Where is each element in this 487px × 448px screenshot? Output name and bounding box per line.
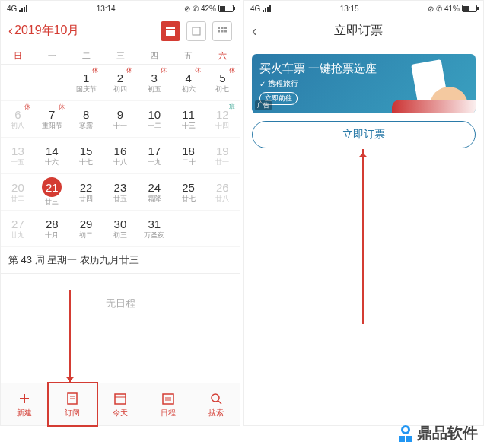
weekday-cell: 五: [171, 46, 205, 64]
svg-rect-7: [221, 30, 224, 32]
network-label: 4G: [250, 5, 260, 13]
calendar-cell[interactable]: 27廿九: [1, 211, 35, 247]
logo-text: 鼎品软件: [417, 423, 478, 443]
page-title: 立即订票: [257, 23, 460, 39]
svg-rect-0: [166, 27, 175, 29]
bottom-label: 搜索: [208, 408, 224, 418]
bottom-bar: 新建订阅今天日程搜索: [1, 383, 240, 425]
calendar-cell[interactable]: 20廿二: [1, 174, 35, 211]
signal-icon: [19, 5, 27, 12]
alarm-off-icon: ⊘: [184, 5, 190, 13]
calendar-cell[interactable]: 26廿八: [205, 174, 240, 211]
calendar-cell[interactable]: 15十七: [69, 138, 103, 174]
calendar-cell[interactable]: 24霜降: [137, 174, 171, 211]
chevron-left-icon: ‹: [8, 23, 13, 39]
calendar-cell[interactable]: 25廿七: [171, 174, 205, 211]
vibrate-icon: ✆: [193, 5, 199, 13]
calendar-cell[interactable]: 18二十: [171, 138, 205, 174]
svg-rect-2: [193, 27, 200, 35]
time-label: 13:14: [97, 5, 116, 13]
calendar-cell[interactable]: 8寒露: [69, 101, 103, 138]
calendar-cell[interactable]: 28十月: [35, 211, 69, 247]
annotation-arrow: [362, 149, 364, 324]
battery-label: 41%: [444, 5, 460, 13]
back-button[interactable]: ‹: [252, 22, 257, 40]
weekday-header: 日一二三四五六: [1, 46, 240, 65]
svg-rect-14: [163, 394, 173, 404]
view-month-button[interactable]: [212, 21, 232, 41]
svg-line-18: [218, 401, 221, 404]
calendar-cell: [1, 65, 35, 101]
network-label: 4G: [7, 5, 17, 13]
calendar-cell: [171, 211, 205, 247]
calendar-cell[interactable]: 23廿五: [103, 174, 137, 211]
calendar-cell[interactable]: 5初七休: [205, 65, 240, 101]
view-list-button[interactable]: [161, 21, 180, 41]
calendar-cell[interactable]: 10十二: [137, 101, 171, 138]
calendar-cell[interactable]: 7重阳节休: [35, 101, 69, 138]
battery-icon: [218, 5, 234, 12]
calendar-cell[interactable]: 11十三: [171, 101, 205, 138]
weekday-cell: 六: [205, 46, 240, 64]
calendar-cell[interactable]: 3初五休: [137, 65, 171, 101]
weekday-cell: 三: [103, 46, 138, 64]
weekday-cell: 二: [69, 46, 103, 64]
bottom-label: 订阅: [65, 408, 80, 418]
calendar-cell[interactable]: 9十一: [103, 101, 137, 138]
train-illustration: [392, 100, 476, 113]
status-bar: 4G 13:14 ⊘✆42%: [1, 1, 240, 16]
calendar-cell[interactable]: 6初八休: [1, 101, 35, 138]
ad-badge: 广告: [255, 100, 272, 110]
calendar-cell: [35, 65, 69, 101]
subscribe-button[interactable]: 订阅: [47, 382, 98, 427]
annotation-arrow: [69, 290, 71, 385]
calendar-grid: 1国庆节休2初四休3初五休4初六休5初七休6初八休7重阳节休8寒露9十一10十二…: [1, 65, 240, 247]
battery-icon: [462, 5, 477, 12]
calendar-cell[interactable]: 14十六: [35, 138, 69, 174]
calendar-cell[interactable]: 1国庆节休: [69, 65, 103, 101]
calendar-cell[interactable]: 13十五: [1, 138, 35, 174]
no-event-label: 无日程: [1, 274, 240, 333]
alarm-off-icon: ⊘: [428, 5, 434, 13]
calendar-cell[interactable]: 31万圣夜: [137, 211, 171, 247]
book-now-button[interactable]: 立即订票: [252, 121, 476, 148]
promo-banner[interactable]: 买火车票 一键抢票选座 ✓ 携程旅行 立即前往 广告: [252, 54, 476, 113]
vibrate-icon: ✆: [436, 5, 442, 13]
calendar-cell[interactable]: 16十八: [103, 138, 137, 174]
booking-screen: 4G 13:15 ⊘✆41% ‹ 立即订票 买火车票 一键抢票选座 ✓ 携程旅行…: [244, 0, 484, 426]
calendar-screen: 4G 13:14 ⊘✆42% ‹2019年10月 日一二三四五六 1国庆节休2初…: [0, 0, 240, 426]
agenda-button[interactable]: 日程: [144, 383, 192, 425]
svg-point-17: [212, 394, 219, 402]
weekday-cell: 四: [137, 46, 171, 64]
calendar-cell[interactable]: 22廿四: [69, 174, 103, 211]
svg-rect-12: [115, 394, 126, 404]
calendar-cell[interactable]: 29初二: [69, 211, 103, 247]
weekday-cell: 日: [1, 46, 35, 64]
svg-rect-5: [224, 27, 227, 29]
watermark-logo: 鼎品软件: [399, 423, 478, 443]
logo-icon: [399, 425, 412, 442]
new-button[interactable]: 新建: [1, 383, 49, 425]
view-day-button[interactable]: [186, 21, 206, 41]
bottom-label: 日程: [161, 408, 176, 418]
month-picker[interactable]: ‹2019年10月: [8, 23, 79, 39]
status-bar: 4G 13:15 ⊘✆41%: [244, 1, 483, 16]
svg-rect-3: [218, 27, 220, 29]
search-button[interactable]: 搜索: [192, 383, 240, 425]
calendar-cell[interactable]: 4初六休: [171, 65, 205, 101]
svg-rect-1: [166, 30, 175, 36]
date-info: 第 43 周 星期一 农历九月廿三: [1, 247, 240, 274]
calendar-cell[interactable]: 12十四班: [205, 101, 240, 138]
booking-header: ‹ 立即订票: [244, 16, 483, 46]
calendar-cell: [205, 211, 240, 247]
calendar-header: ‹2019年10月: [1, 16, 240, 46]
calendar-cell[interactable]: 19廿一: [205, 138, 240, 174]
calendar-cell[interactable]: 17十九: [137, 138, 171, 174]
calendar-cell[interactable]: 2初四休: [103, 65, 137, 101]
battery-label: 42%: [201, 5, 216, 13]
today-button[interactable]: 今天: [97, 383, 145, 425]
calendar-cell[interactable]: 21廿三: [35, 174, 69, 211]
calendar-cell[interactable]: 30初三: [103, 211, 137, 247]
bottom-label: 新建: [17, 408, 32, 418]
svg-rect-6: [218, 30, 220, 32]
